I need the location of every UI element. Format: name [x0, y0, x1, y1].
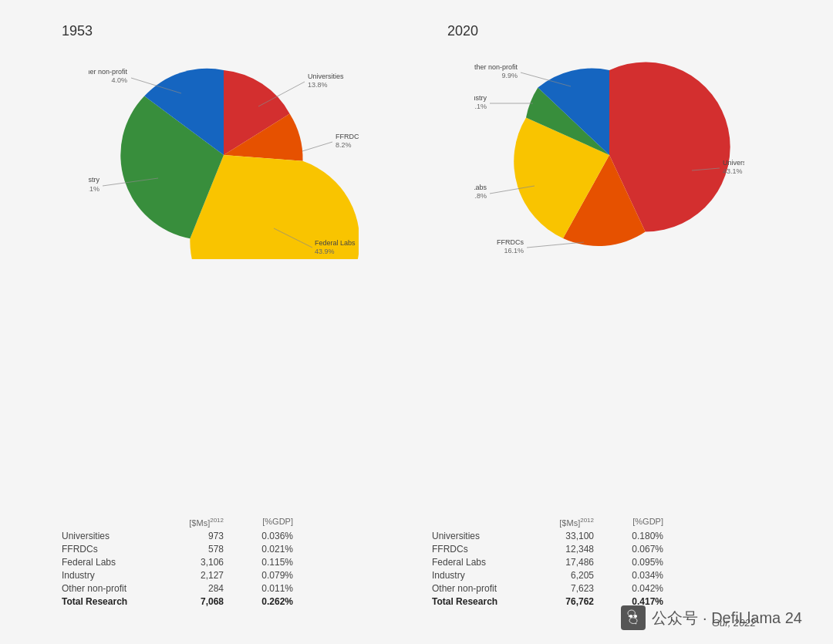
pct-universities-1953: 13.8%	[308, 81, 328, 89]
pie-svg-1953: Other non-profit 4.0% Industry 30.1% Uni…	[89, 43, 359, 259]
row-label: Other non-profit	[62, 583, 154, 594]
wechat-label: 公众号 · DefiLlama 24	[652, 608, 802, 629]
main-container: 1953	[0, 0, 833, 644]
label-federallabs-1953: Federal Labs	[315, 239, 356, 247]
label-universities-2020: Universities	[723, 159, 744, 167]
year-1953: 1953	[62, 23, 93, 39]
row-label: Universities	[432, 531, 524, 541]
row-label: FFRDCs	[432, 544, 524, 555]
chart-2020: 2020	[424, 23, 794, 259]
col-header-ms-2020: [$Ms]2012	[524, 517, 594, 528]
row-label: Industry	[432, 570, 524, 581]
data-table-1953: [$Ms]2012 [%GDP] Universities 973 0.036%…	[62, 517, 401, 609]
label-ffrdcs-2020: FFRDCs	[497, 238, 524, 246]
wechat-bar: 公众号 · DefiLlama 24	[621, 605, 802, 630]
pie-svg-2020: Other non-profit 9.9% Industry 8.1% Fede…	[474, 43, 744, 259]
row-label: Universities	[62, 531, 154, 541]
row-val-gdp: 0.079%	[224, 570, 293, 581]
table-row-nonprofit-1953: Other non-profit 284 0.011%	[62, 583, 401, 594]
pct-federallabs-2020: 22.8%	[474, 192, 487, 200]
label-nonprofit-1953: Other non-profit	[89, 68, 127, 76]
wechat-svg	[625, 609, 642, 626]
pie-wrapper-2020: Other non-profit 9.9% Industry 8.1% Fede…	[474, 43, 744, 259]
pct-ffrdcs-2020: 16.1%	[504, 247, 524, 255]
pct-nonprofit-2020: 9.9%	[501, 72, 518, 79]
wechat-icon	[621, 605, 646, 630]
table-row-universities-2020: Universities 33,100 0.180%	[432, 531, 771, 541]
row-val-ms: 3,106	[154, 557, 224, 568]
label-industry-2020: Industry	[474, 94, 487, 102]
data-table-2020: [$Ms]2012 [%GDP] Universities 33,100 0.1…	[432, 517, 771, 609]
year-2020: 2020	[447, 23, 478, 39]
label-ffrdcs-1953: FFRDCs	[336, 133, 359, 140]
table-row-industry-2020: Industry 6,205 0.034%	[432, 570, 771, 581]
pct-federallabs-1953: 43.9%	[315, 248, 335, 255]
row-val-gdp: 0.115%	[224, 557, 293, 568]
row-val-gdp: 0.180%	[594, 531, 663, 541]
table-row-total-1953: Total Research 7,068 0.262%	[62, 596, 401, 607]
col-header-gdp-2020: [%GDP]	[594, 517, 663, 528]
row-val-gdp: 0.042%	[594, 583, 663, 594]
table-row-ffrdcs-1953: FFRDCs 578 0.021%	[62, 544, 401, 555]
col-header-ms-1953: [$Ms]2012	[154, 517, 224, 528]
label-federallabs-2020: Federal Labs	[474, 184, 487, 191]
row-val-ms: 973	[154, 531, 224, 541]
row-label: Federal Labs	[432, 557, 524, 568]
row-val-gdp: 0.011%	[224, 583, 293, 594]
pie-wrapper-1953: Other non-profit 4.0% Industry 30.1% Uni…	[89, 43, 359, 259]
row-val-gdp: 0.067%	[594, 544, 663, 555]
label-line-ffrdcs-1953	[302, 142, 332, 151]
row-val-gdp: 0.095%	[594, 557, 663, 568]
row-label: FFRDCs	[62, 544, 154, 555]
row-val-gdp: 0.036%	[224, 531, 293, 541]
pct-universities-2020: 43.1%	[723, 167, 743, 175]
row-label: Industry	[62, 570, 154, 581]
row-val-ms: 284	[154, 583, 224, 594]
table-header-1953: [$Ms]2012 [%GDP]	[62, 517, 401, 528]
table-row-ffrdcs-2020: FFRDCs 12,348 0.067%	[432, 544, 771, 555]
row-val-gdp: 0.021%	[224, 544, 293, 555]
row-label-total: Total Research	[432, 596, 524, 607]
row-val-ms: 2,127	[154, 570, 224, 581]
pct-nonprofit-1953: 4.0%	[111, 76, 127, 84]
table-row-federallabs-1953: Federal Labs 3,106 0.115%	[62, 557, 401, 568]
row-val-ms: 33,100	[524, 531, 594, 541]
table-header-2020: [$Ms]2012 [%GDP]	[432, 517, 771, 528]
row-val-total-ms: 7,068	[154, 596, 224, 607]
row-val-ms: 6,205	[524, 570, 594, 581]
col-header-gdp-1953: [%GDP]	[224, 517, 293, 528]
label-industry-1953: Industry	[89, 176, 99, 184]
row-val-ms: 578	[154, 544, 224, 555]
pct-industry-2020: 8.1%	[474, 103, 487, 110]
label-line-ffrdcs-2020	[527, 242, 584, 248]
table-row-industry-1953: Industry 2,127 0.079%	[62, 570, 401, 581]
row-label: Federal Labs	[62, 557, 154, 568]
row-val-gdp: 0.034%	[594, 570, 663, 581]
label-universities-1953: Universities	[308, 72, 344, 80]
charts-row: 1953	[31, 23, 802, 509]
data-tables-row: [$Ms]2012 [%GDP] Universities 973 0.036%…	[31, 517, 802, 609]
chart-1953: 1953	[39, 23, 409, 259]
row-val-total-gdp: 0.262%	[224, 596, 293, 607]
pct-industry-1953: 30.1%	[89, 185, 99, 193]
row-label: Other non-profit	[432, 583, 524, 594]
row-val-total-ms: 76,762	[524, 596, 594, 607]
pct-ffrdcs-1953: 8.2%	[336, 141, 352, 149]
table-row-federallabs-2020: Federal Labs 17,486 0.095%	[432, 557, 771, 568]
label-nonprofit-2020: Other non-profit	[474, 63, 518, 71]
row-val-ms: 7,623	[524, 583, 594, 594]
table-row-universities-1953: Universities 973 0.036%	[62, 531, 401, 541]
row-label-total: Total Research	[62, 596, 154, 607]
row-val-ms: 12,348	[524, 544, 594, 555]
table-row-nonprofit-2020: Other non-profit 7,623 0.042%	[432, 583, 771, 594]
row-val-ms: 17,486	[524, 557, 594, 568]
